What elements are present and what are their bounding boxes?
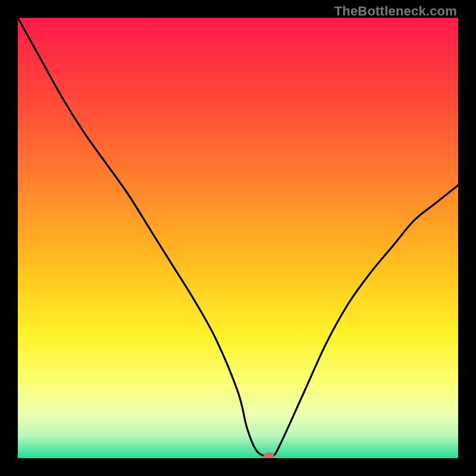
bottleneck-chart [18, 18, 458, 458]
watermark-text: TheBottleneck.com [334, 4, 457, 19]
chart-frame: TheBottleneck.com [0, 0, 476, 476]
